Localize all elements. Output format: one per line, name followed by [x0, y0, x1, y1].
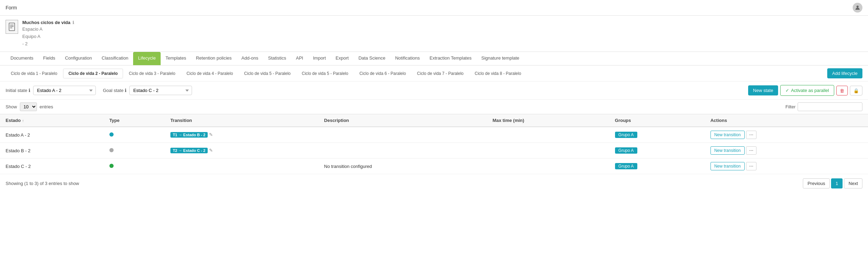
doc-icon — [6, 20, 18, 34]
new-transition-button[interactable]: New transition — [710, 146, 745, 155]
top-bar: Form — [0, 0, 868, 16]
add-lifecycle-button[interactable]: Add lifecycle — [827, 68, 862, 78]
tab-addons[interactable]: Add-ons — [237, 52, 263, 65]
user-avatar[interactable] — [853, 3, 862, 13]
tab-lifecycle[interactable]: Lifecycle — [133, 52, 161, 65]
actions-cell-1: New transition⋯ — [705, 143, 868, 158]
previous-button[interactable]: Previous — [803, 178, 830, 188]
filter-label: Filter — [785, 104, 796, 109]
table-header: Estado↑TypeTransitionDescriptionMax time… — [0, 114, 868, 127]
col-header-type: Type — [104, 114, 165, 127]
trash-icon: 🗑 — [840, 88, 844, 93]
state-action-buttons: New state ✓ Activate as parallel 🗑 🔒 — [748, 85, 862, 96]
edit-transition-icon[interactable]: ✎ — [209, 148, 213, 153]
svg-point-0 — [857, 6, 859, 8]
doc-info: Muchos ciclos de vida ℹ Espacio A Equipo… — [22, 20, 74, 47]
goal-state-info-icon[interactable]: ℹ — [125, 88, 126, 93]
show-label: Show — [6, 104, 17, 109]
sort-icon-estado[interactable]: ↑ — [22, 118, 24, 123]
tab-signature[interactable]: Signature template — [476, 52, 524, 65]
max-time-cell-2 — [487, 159, 609, 174]
tab-api[interactable]: API — [291, 52, 308, 65]
transition-cell-2 — [165, 159, 318, 174]
state-controls: Initial state ℹ Estado A - 2 Goal state … — [0, 82, 868, 100]
initial-state-group: Initial state ℹ Estado A - 2 — [6, 86, 96, 95]
col-header-description: Description — [318, 114, 487, 127]
goal-state-select[interactable]: Estado C - 2 — [129, 86, 192, 95]
goal-state-group: Goal state ℹ Estado C - 2 — [103, 86, 192, 95]
current-page-button[interactable]: 1 — [831, 178, 843, 188]
edit-transition-icon[interactable]: ✎ — [209, 132, 213, 137]
tab-extraction[interactable]: Extraction Templates — [425, 52, 476, 65]
row-options-button[interactable]: ⋯ — [746, 146, 756, 155]
col-header-actions: Actions — [705, 114, 868, 127]
entries-select[interactable]: 10 — [20, 102, 37, 111]
tab-classification[interactable]: Classification — [97, 52, 133, 65]
type-dot-2 — [109, 164, 114, 168]
lifecycle-tab-lc8[interactable]: Ciclo de vida 8 - Paralelo — [469, 69, 526, 78]
type-dot-0 — [109, 132, 114, 137]
description-cell-1 — [318, 143, 487, 159]
tab-documents[interactable]: Documents — [6, 52, 38, 65]
col-header-estado[interactable]: Estado↑ — [0, 114, 104, 127]
new-transition-button[interactable]: New transition — [710, 131, 745, 139]
lifecycle-tab-lc7[interactable]: Ciclo de vida 7 - Paralelo — [412, 69, 469, 78]
tab-configuration[interactable]: Configuration — [60, 52, 97, 65]
description-cell-0 — [318, 127, 487, 143]
tab-retention[interactable]: Retention policies — [191, 52, 237, 65]
doc-title-text: Muchos ciclos de vida — [22, 20, 70, 25]
lifecycle-tab-lc4[interactable]: Ciclo de vida 4 - Paralelo — [181, 69, 238, 78]
lock-button[interactable]: 🔒 — [850, 86, 862, 95]
tab-export[interactable]: Export — [331, 52, 354, 65]
new-state-button[interactable]: New state — [748, 85, 778, 95]
next-button[interactable]: Next — [844, 178, 862, 188]
type-cell-0 — [104, 127, 165, 143]
goal-state-label: Goal state ℹ — [103, 88, 126, 93]
type-dot-1 — [109, 148, 114, 152]
row-options-button[interactable]: ⋯ — [746, 162, 756, 170]
tab-import[interactable]: Import — [308, 52, 331, 65]
transition-cell-0: T1 → Estado B - 2✎ — [165, 127, 318, 143]
group-badge: Grupo A — [615, 163, 637, 169]
transition-badge[interactable]: T2 → Estado C - 2 — [170, 148, 208, 153]
tab-statistics[interactable]: Statistics — [263, 52, 291, 65]
lifecycle-tabs-bar: Ciclo de vida 1 - ParaleloCiclo de vida … — [0, 65, 868, 82]
tab-fields[interactable]: Fields — [38, 52, 60, 65]
doc-info-icon[interactable]: ℹ — [72, 20, 74, 25]
table-row: Estado A - 2T1 → Estado B - 2✎Grupo ANew… — [0, 127, 868, 143]
col-header-transition: Transition — [165, 114, 318, 127]
max-time-cell-1 — [487, 143, 609, 159]
table-body: Estado A - 2T1 → Estado B - 2✎Grupo ANew… — [0, 127, 868, 174]
table-row: Estado C - 2No transition configuredGrup… — [0, 159, 868, 174]
estado-cell-2: Estado C - 2 — [0, 159, 104, 174]
group-badge: Grupo A — [615, 132, 637, 138]
doc-title-row: Muchos ciclos de vida ℹ — [22, 20, 74, 25]
doc-meta: Espacio A Equipo A - 2 — [22, 26, 74, 47]
type-cell-2 — [104, 159, 165, 174]
lifecycle-tab-lc1[interactable]: Ciclo de vida 1 - Paralelo — [6, 69, 62, 78]
pagination-area: Showing (1 to 3) of 3 entries to show Pr… — [0, 174, 868, 193]
tab-templates[interactable]: Templates — [161, 52, 191, 65]
col-header-max_time: Max time (min) — [487, 114, 609, 127]
states-table: Estado↑TypeTransitionDescriptionMax time… — [0, 114, 868, 174]
table-row: Estado B - 2T2 → Estado C - 2✎Grupo ANew… — [0, 143, 868, 159]
transition-badge[interactable]: T1 → Estado B - 2 — [170, 132, 208, 138]
lifecycle-tab-lc6[interactable]: Ciclo de vida 6 - Paralelo — [354, 69, 411, 78]
filter-input[interactable] — [798, 102, 862, 111]
lifecycle-tab-lc5b[interactable]: Ciclo de vida 5 - Paralelo — [297, 69, 353, 78]
pagination-controls: Previous 1 Next — [803, 178, 862, 188]
estado-cell-0: Estado A - 2 — [0, 127, 104, 143]
new-transition-button[interactable]: New transition — [710, 162, 745, 170]
tab-data_science[interactable]: Data Science — [354, 52, 390, 65]
activate-parallel-button[interactable]: ✓ Activate as parallel — [780, 85, 834, 96]
lifecycle-tab-lc2[interactable]: Ciclo de vida 2 - Paralelo — [63, 69, 123, 78]
initial-state-info-icon[interactable]: ℹ — [29, 88, 30, 93]
row-options-button[interactable]: ⋯ — [746, 131, 756, 139]
initial-state-select[interactable]: Estado A - 2 — [33, 86, 96, 95]
lifecycle-tab-lc3[interactable]: Ciclo de vida 3 - Paralelo — [124, 69, 180, 78]
tab-notifications[interactable]: Notifications — [390, 52, 425, 65]
lifecycle-tab-lc5a[interactable]: Ciclo de vida 5 - Paralelo — [239, 69, 296, 78]
check-circle-icon: ✓ — [785, 88, 789, 93]
delete-lifecycle-button[interactable]: 🗑 — [836, 86, 848, 95]
filter-area: Filter — [785, 102, 862, 111]
